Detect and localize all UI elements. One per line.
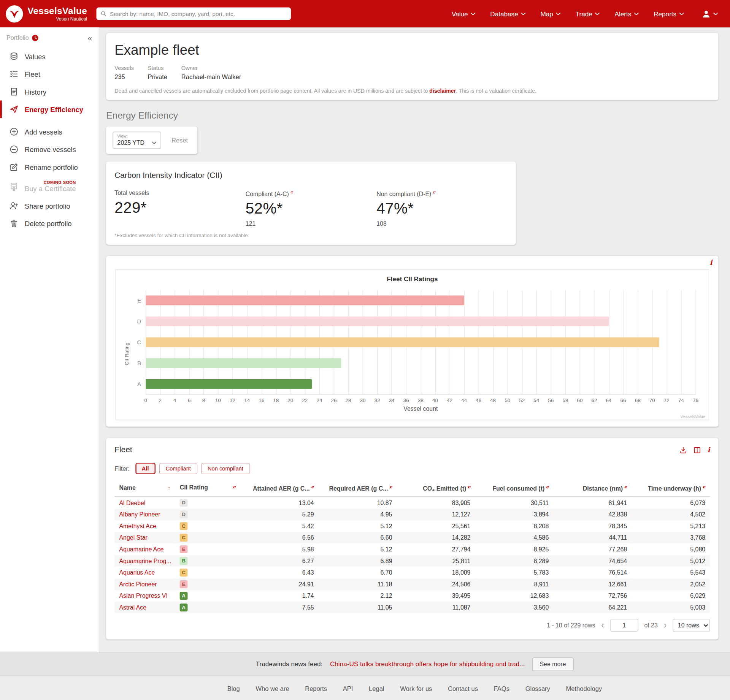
table-cell: 4.95 xyxy=(319,508,397,520)
table-cell: 18,009 xyxy=(397,567,475,578)
filter-non-compliant[interactable]: Non compliant xyxy=(201,463,250,474)
vessel-name-link[interactable]: Angel Star xyxy=(119,534,147,541)
page-number-input[interactable] xyxy=(610,619,638,632)
nav-map[interactable]: Map xyxy=(540,10,560,17)
column-header-cii-rating[interactable]: CII Ratinge xyxy=(175,480,241,497)
bar-e[interactable] xyxy=(146,296,464,306)
nav-value[interactable]: Value xyxy=(452,10,475,17)
vessel-name-link[interactable]: Asian Progress VI xyxy=(119,592,167,599)
user-menu[interactable] xyxy=(701,9,718,18)
x-tick-label: 10 xyxy=(215,398,221,403)
nav-alerts[interactable]: Alerts xyxy=(615,10,639,17)
cii-rating-badge: C xyxy=(180,522,188,530)
vessel-name-link[interactable]: Al Deebel xyxy=(119,499,145,506)
nav-reports[interactable]: Reports xyxy=(654,10,684,17)
sidebar-item-label: History xyxy=(25,88,46,96)
filter-compliant[interactable]: Compliant xyxy=(159,463,197,474)
footer-link-methodology[interactable]: Methodology xyxy=(566,685,602,692)
vessel-name-link[interactable]: Astral Ace xyxy=(119,604,146,611)
footer-link-api[interactable]: API xyxy=(343,685,353,692)
column-header-fuel-consumed-t[interactable]: Fuel consumed (t)e xyxy=(475,480,554,497)
sidebar-item-buy-a-certificate[interactable]: COMING SOONBuy a Certificate xyxy=(0,176,99,197)
export-icon[interactable] xyxy=(679,446,687,454)
table-cell: 25,811 xyxy=(397,555,475,567)
table-row[interactable]: Astral AceA7.5511.0511,0873,56064,2215,0… xyxy=(114,602,710,613)
x-tick-label: 12 xyxy=(230,398,235,403)
bar-d[interactable] xyxy=(146,317,609,326)
filter-all[interactable]: All xyxy=(135,463,156,474)
footer-link-glossary[interactable]: Glossary xyxy=(525,685,550,692)
global-search[interactable] xyxy=(97,8,291,20)
vessel-name-link[interactable]: Aquamarine Prog... xyxy=(119,557,171,564)
footer-link-faqs[interactable]: FAQs xyxy=(494,685,509,692)
estimate-flag: e xyxy=(433,189,435,194)
footer-link-who-we-are[interactable]: Who we are xyxy=(256,685,289,692)
sidebar-item-energy-efficiency[interactable]: Energy Efficiency xyxy=(0,100,99,118)
columns-icon[interactable] xyxy=(694,446,701,454)
sidebar-item-add-vessels[interactable]: Add vessels xyxy=(0,123,99,141)
stat-value: 229* xyxy=(114,199,245,217)
see-more-button[interactable]: See more xyxy=(532,657,573,671)
footer-link-contact-us[interactable]: Contact us xyxy=(448,685,478,692)
vessel-name-link[interactable]: Amethyst Ace xyxy=(119,523,156,529)
sidebar-collapse-button[interactable]: « xyxy=(88,34,92,42)
table-row[interactable]: Albany PioneerD5.294.9512,1273,89442,838… xyxy=(114,508,710,520)
bar-b[interactable] xyxy=(146,358,341,368)
table-cell: 3,894 xyxy=(475,508,554,520)
column-header-time-underway-h[interactable]: Time underway (h)e xyxy=(632,480,710,497)
chart-title: Fleet CII Ratings xyxy=(122,275,702,283)
sidebar-item-delete-portfolio[interactable]: Delete portfolio xyxy=(0,214,99,232)
table-cell: 25,561 xyxy=(397,520,475,532)
table-row[interactable]: Asian Progress VIA1.742.1239,49512,68372… xyxy=(114,590,710,602)
footer-link-legal[interactable]: Legal xyxy=(369,685,384,692)
table-row[interactable]: Aquamarine Prog...B6.276.8925,8118,28974… xyxy=(114,555,710,567)
table-row[interactable]: Arctic PioneerE24.9111.1824,5068,91112,6… xyxy=(114,578,710,590)
info-icon[interactable]: i xyxy=(710,259,713,266)
table-row[interactable]: Aquamarine AceE5.985.1227,7948,92577,268… xyxy=(114,543,710,555)
prev-page-button[interactable]: ‹ xyxy=(601,621,604,630)
disclaimer-link[interactable]: disclaimer xyxy=(429,88,456,93)
sidebar-item-rename-portfolio[interactable]: Rename portfolio xyxy=(0,158,99,176)
search-input[interactable] xyxy=(110,11,287,17)
view-select[interactable]: View: 2025 YTD xyxy=(113,132,161,149)
bar-a[interactable] xyxy=(146,379,312,389)
column-header-attained-aer-g-c[interactable]: Attained AER (g C...e xyxy=(240,480,319,497)
cii-footnote: *Excludes vessels for which CII informat… xyxy=(114,233,507,239)
sidebar-item-share-portfolio[interactable]: Share portfolio xyxy=(0,197,99,215)
next-page-button[interactable]: › xyxy=(664,621,667,630)
footer-link-reports[interactable]: Reports xyxy=(305,685,327,692)
vessel-name-link[interactable]: Albany Pioneer xyxy=(119,511,160,518)
sidebar-item-values[interactable]: Values xyxy=(0,48,99,65)
info-icon[interactable]: i xyxy=(707,447,710,453)
sidebar-item-fleet[interactable]: Fleet xyxy=(0,65,99,83)
meta-vessels: Vessels 235 xyxy=(114,65,134,81)
reset-button[interactable]: Reset xyxy=(169,137,191,144)
column-header-distance-nm[interactable]: Distance (nm)e xyxy=(554,480,632,497)
table-row[interactable]: Amethyst AceC5.425.1225,5618,20878,3455,… xyxy=(114,520,710,532)
nav-trade[interactable]: Trade xyxy=(576,10,600,17)
vessel-name-link[interactable]: Aquamarine Ace xyxy=(119,546,163,553)
vessel-name-link[interactable]: Aquarius Ace xyxy=(119,569,155,576)
sidebar-item-remove-vessels[interactable]: Remove vessels xyxy=(0,141,99,158)
plane-icon xyxy=(9,105,18,114)
news-headline-link[interactable]: China-US talks breakthrough offers hope … xyxy=(330,660,525,668)
cii-rating-badge: A xyxy=(180,592,188,600)
table-cell: 6.70 xyxy=(319,567,397,578)
rows-per-page-select[interactable]: 10 rows xyxy=(673,619,710,632)
table-cell: 7.55 xyxy=(240,602,319,613)
column-header-name[interactable]: Name↑ xyxy=(114,480,175,497)
column-header-required-aer-g-c[interactable]: Required AER (g C...e xyxy=(319,480,397,497)
table-row[interactable]: Angel StarC6.566.6014,2824,58644,7113,76… xyxy=(114,532,710,543)
footer-link-blog[interactable]: Blog xyxy=(227,685,240,692)
bar-c[interactable] xyxy=(146,337,659,347)
brand-logo[interactable]: VesselsValue Veson Nautical xyxy=(6,5,87,23)
footer-link-work-for-us[interactable]: Work for us xyxy=(400,685,432,692)
table-row[interactable]: Aquarius AceC6.436.7018,0095,78376,5145,… xyxy=(114,567,710,578)
table-row[interactable]: Al DeebelD13.0410.8783,90530,51181,9416,… xyxy=(114,497,710,508)
nav-database[interactable]: Database xyxy=(490,10,525,17)
column-header-co-emitted-t[interactable]: CO₂ Emitted (t)e xyxy=(397,480,475,497)
filter-label: Filter: xyxy=(114,465,130,472)
estimate-flag: e xyxy=(468,484,470,489)
sidebar-item-history[interactable]: History xyxy=(0,83,99,101)
vessel-name-link[interactable]: Arctic Pioneer xyxy=(119,581,157,588)
